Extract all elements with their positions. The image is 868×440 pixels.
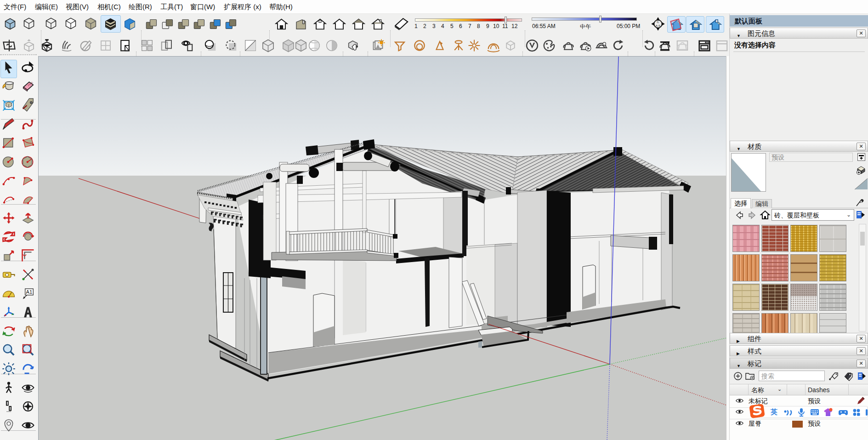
svg-text:A-S: A-S [656,24,660,27]
svg-text:C: C [657,20,659,24]
svg-text:A1: A1 [26,289,33,295]
